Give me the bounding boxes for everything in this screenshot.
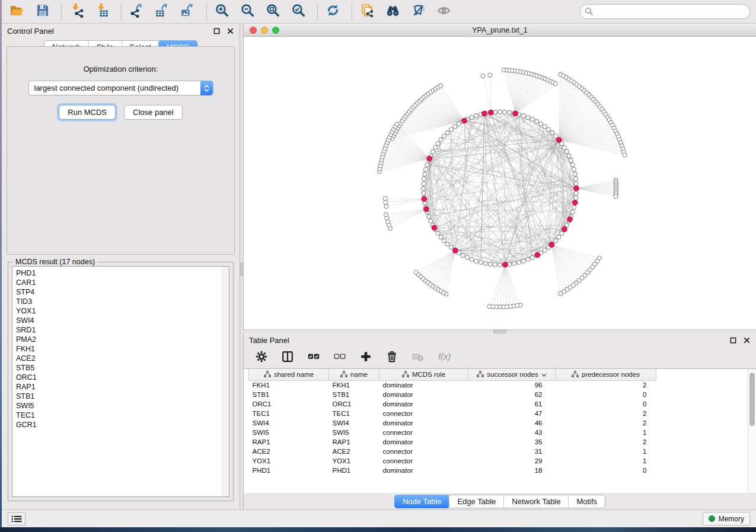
mcds-result-item[interactable]: TEC1 <box>16 411 222 420</box>
mcds-result-list: PHD1CAR1STP4TID3YOX1SWI4SRD1PMA2FKH1ACE2… <box>12 266 229 497</box>
delete-icon <box>385 350 398 366</box>
table-row[interactable]: RAP1RAP1dominator352 <box>249 437 656 447</box>
table-row[interactable]: SWI5SWI5connector431 <box>249 428 656 437</box>
eye-button[interactable] <box>435 3 452 21</box>
zoom-out-button[interactable] <box>238 3 256 21</box>
mcds-result-scrollbar[interactable] <box>222 267 229 496</box>
gear-button[interactable] <box>254 351 269 365</box>
close-panel-button[interactable]: Close panel <box>124 105 183 120</box>
table-row[interactable]: FKH1FKH1dominator962 <box>249 380 656 390</box>
export-network-button[interactable] <box>127 3 145 21</box>
memory-label: Memory <box>719 515 744 523</box>
table-cell: 46 <box>468 418 556 428</box>
table-row[interactable]: YOX1YOX1connector291 <box>249 456 656 466</box>
zoom-in-button[interactable] <box>213 3 231 21</box>
table-panel-title: Table Panel <box>249 336 289 345</box>
column-header-successor-nodes[interactable]: successor nodes <box>468 369 556 380</box>
mcds-result-item[interactable]: STB1 <box>16 392 222 401</box>
column-header-predecessor-nodes[interactable]: predecessor nodes <box>556 369 656 380</box>
mcds-result-item[interactable]: ORC1 <box>16 373 222 382</box>
table-cell: 0 <box>556 399 656 409</box>
vertical-splitter-grip[interactable] <box>240 262 243 275</box>
select-all-button[interactable] <box>307 351 321 365</box>
mcds-result-item[interactable]: SWI5 <box>16 401 222 411</box>
close-window-icon[interactable] <box>250 27 257 34</box>
deselect-all-button[interactable] <box>333 351 347 365</box>
export-image-button[interactable] <box>178 3 196 21</box>
table-row[interactable]: TEC1TEC1connector472 <box>249 409 656 418</box>
mcds-result-item[interactable]: TID3 <box>16 297 222 306</box>
close-panel-icon[interactable] <box>226 27 234 35</box>
maximize-window-icon[interactable] <box>272 27 279 34</box>
table-row[interactable]: STB1STB1dominator620 <box>249 390 656 399</box>
column-header-shared-name[interactable]: shared name <box>249 369 329 380</box>
mcds-result-legend: MCDS result (17 nodes) <box>13 258 97 266</box>
export-image-icon <box>180 3 195 20</box>
table-cell: dominator <box>379 399 468 409</box>
search-input[interactable] <box>580 4 750 19</box>
table-scrollbar-thumb[interactable] <box>749 373 755 426</box>
mcds-result-item[interactable]: YOX1 <box>16 306 222 316</box>
mcds-result-item[interactable]: GCR1 <box>16 420 222 430</box>
select-stepper-icon <box>200 81 213 95</box>
save-button[interactable] <box>33 3 51 21</box>
style-visibility-button[interactable] <box>409 3 427 21</box>
delete-button[interactable] <box>385 351 399 365</box>
mcds-result-item[interactable]: CAR1 <box>16 278 222 287</box>
zoom-selected-button[interactable] <box>289 3 307 21</box>
horizontal-splitter[interactable] <box>243 329 756 333</box>
delete-table-button <box>411 351 425 365</box>
criterion-select[interactable]: largest connected component (undirected) <box>28 81 213 95</box>
minimize-window-icon[interactable] <box>261 27 268 34</box>
tab-edge-table[interactable]: Edge Table <box>449 495 503 508</box>
table-row[interactable]: ORC1ORC1dominator610 <box>249 399 656 409</box>
run-mcds-button[interactable]: Run MCDS <box>59 105 116 120</box>
mcds-result-item[interactable]: PMA2 <box>16 335 222 344</box>
columns-button[interactable] <box>280 351 295 365</box>
import-network-button[interactable] <box>68 3 85 21</box>
table-cell: 2 <box>556 380 656 390</box>
close-table-panel-icon[interactable] <box>742 336 751 344</box>
network-canvas[interactable] <box>244 37 756 329</box>
table-cell: SWI5 <box>249 428 329 437</box>
open-folder-button[interactable] <box>8 3 25 21</box>
table-scrollbar[interactable] <box>748 369 756 493</box>
import-table-button[interactable] <box>93 3 111 21</box>
mcds-result-item[interactable]: SWI4 <box>16 316 222 325</box>
mcds-result-item[interactable]: RAP1 <box>16 382 222 392</box>
desktop-wallpaper <box>0 527 756 532</box>
float-table-panel-icon[interactable] <box>729 336 737 344</box>
tab-node-table[interactable]: Node Table <box>394 495 450 508</box>
export-table-button[interactable] <box>153 3 171 21</box>
table-row[interactable]: PHD1PHD1dominator180 <box>249 466 656 475</box>
table-row[interactable]: SWI4SWI4dominator462 <box>249 418 656 428</box>
horizontal-splitter-grip[interactable] <box>493 330 506 334</box>
zoom-fit-button[interactable] <box>264 3 282 21</box>
tab-motifs[interactable]: Motifs <box>568 495 605 508</box>
add-button[interactable] <box>359 351 373 365</box>
memory-button[interactable]: Memory <box>703 512 750 525</box>
column-header-name[interactable]: name <box>329 369 379 380</box>
network-titlebar: YPA_prune.txt_1 <box>244 24 756 37</box>
task-history-button[interactable] <box>8 512 25 525</box>
mcds-result-item[interactable]: STB5 <box>16 363 222 373</box>
columns-icon <box>281 350 294 366</box>
duplicate-network-button[interactable] <box>358 3 376 21</box>
mcds-result-item[interactable]: STP4 <box>16 287 222 297</box>
table-cell: 43 <box>468 428 556 437</box>
mcds-result-item[interactable]: FKH1 <box>16 344 222 354</box>
tab-network-table[interactable]: Network Table <box>503 495 568 508</box>
table-cell: connector <box>379 456 468 466</box>
mcds-result-item[interactable]: PHD1 <box>16 268 222 278</box>
vertical-splitter[interactable] <box>240 24 243 509</box>
network-graph[interactable] <box>244 37 756 329</box>
zoom-out-icon <box>240 3 255 20</box>
float-panel-icon[interactable] <box>212 27 221 35</box>
network-view-window: YPA_prune.txt_1 <box>243 24 756 329</box>
binoculars-button[interactable] <box>384 3 401 21</box>
refresh-button[interactable] <box>324 3 342 21</box>
mcds-result-item[interactable]: ACE2 <box>16 354 222 363</box>
table-row[interactable]: ACE2ACE2connector311 <box>249 447 656 456</box>
column-header-MCDS-role[interactable]: MCDS role <box>379 369 468 380</box>
mcds-result-item[interactable]: SRD1 <box>16 325 222 335</box>
